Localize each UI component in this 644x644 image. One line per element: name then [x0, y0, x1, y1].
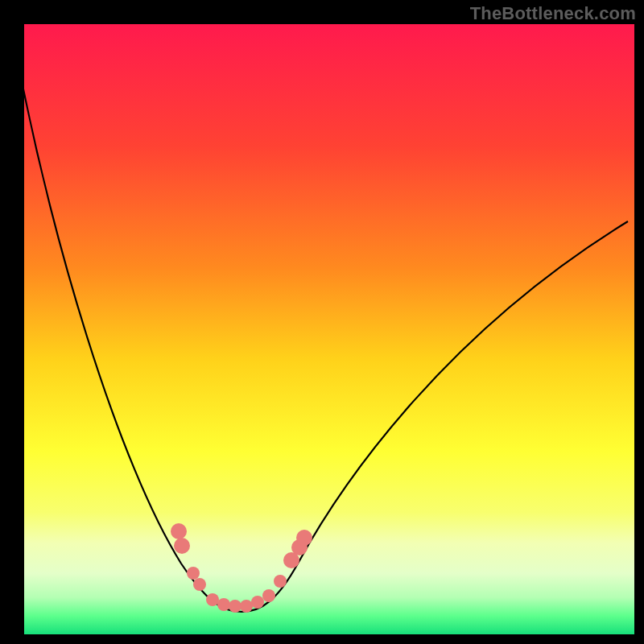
- curve-marker: [262, 589, 275, 602]
- curve-marker: [187, 567, 200, 580]
- curve-marker: [240, 600, 253, 613]
- watermark-label: TheBottleneck.com: [470, 3, 636, 24]
- bottleneck-chart: [0, 0, 644, 644]
- curve-marker: [251, 596, 264, 609]
- curve-marker: [193, 578, 206, 591]
- curve-marker: [171, 523, 187, 539]
- curve-marker: [217, 598, 230, 611]
- curve-marker: [229, 600, 242, 613]
- curve-marker: [174, 538, 190, 554]
- curve-marker: [206, 593, 219, 606]
- gradient-background: [24, 24, 634, 634]
- curve-marker: [296, 530, 312, 546]
- curve-marker: [274, 575, 287, 588]
- chart-container: TheBottleneck.com: [0, 0, 644, 644]
